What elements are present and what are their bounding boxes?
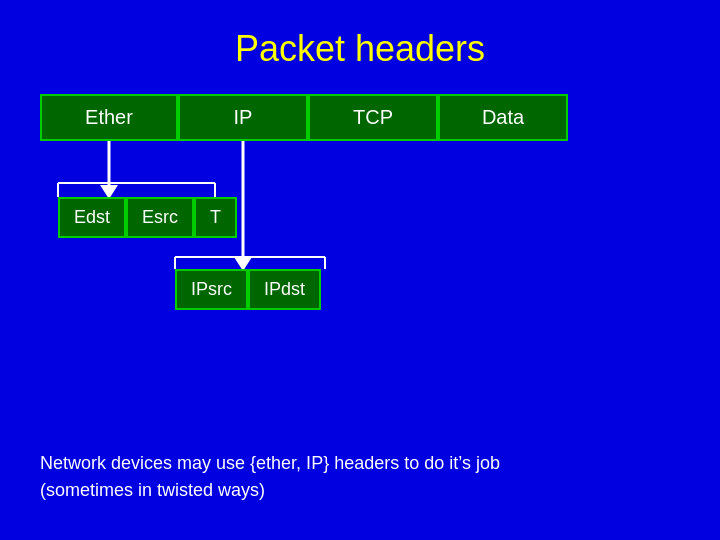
et-label: T xyxy=(210,207,221,227)
sub-box-esrc: Esrc xyxy=(126,197,194,238)
edst-label: Edst xyxy=(74,207,110,227)
ether-sub-row: Edst Esrc T xyxy=(58,197,237,238)
ipsrc-label: IPsrc xyxy=(191,279,232,299)
header-box-tcp: TCP xyxy=(308,94,438,141)
tcp-label: TCP xyxy=(353,106,393,128)
esrc-label: Esrc xyxy=(142,207,178,227)
note-line2: (sometimes in twisted ways) xyxy=(40,477,500,504)
data-label: Data xyxy=(482,106,524,128)
header-row: Ether IP TCP Data xyxy=(40,94,720,141)
sub-box-ipsrc: IPsrc xyxy=(175,269,248,310)
header-box-ip: IP xyxy=(178,94,308,141)
ether-label: Ether xyxy=(85,106,133,128)
note-text: Network devices may use {ether, IP} head… xyxy=(40,450,500,504)
diagram-svg xyxy=(40,141,720,361)
diagram-area: Edst Esrc T IPsrc IPdst xyxy=(40,141,720,361)
sub-box-edst: Edst xyxy=(58,197,126,238)
sub-box-ipdst: IPdst xyxy=(248,269,321,310)
header-box-data: Data xyxy=(438,94,568,141)
header-box-ether: Ether xyxy=(40,94,178,141)
ip-sub-row: IPsrc IPdst xyxy=(175,269,321,310)
note-line1: Network devices may use {ether, IP} head… xyxy=(40,450,500,477)
ipdst-label: IPdst xyxy=(264,279,305,299)
ip-label: IP xyxy=(234,106,253,128)
sub-box-et: T xyxy=(194,197,237,238)
page-title: Packet headers xyxy=(0,0,720,94)
